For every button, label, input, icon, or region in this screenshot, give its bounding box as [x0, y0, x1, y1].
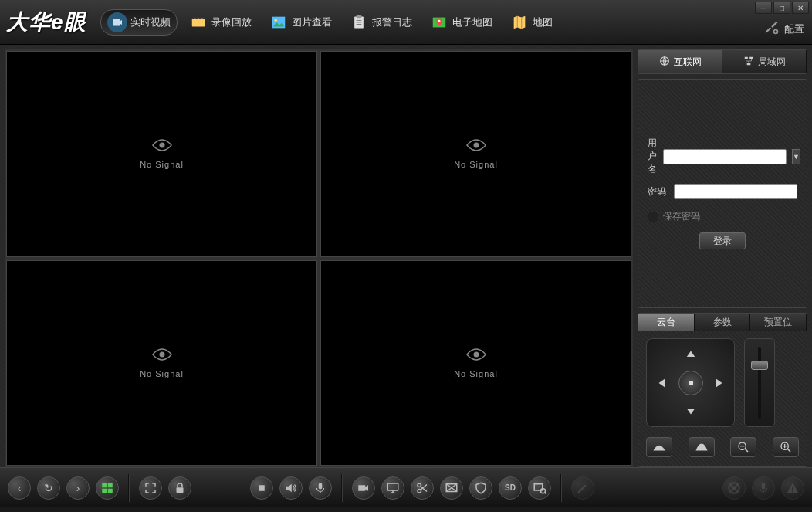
- picture-icon: [269, 12, 289, 32]
- fullscreen-button[interactable]: [139, 476, 162, 500]
- tab-ptz[interactable]: 云台: [638, 314, 695, 331]
- tab-label: 互联网: [674, 56, 702, 69]
- login-panel: 用户名 ▼ 密码 保存密码 登录: [638, 79, 807, 308]
- svg-rect-8: [356, 15, 361, 17]
- snip-button[interactable]: [411, 476, 434, 500]
- refresh-button[interactable]: ↻: [37, 476, 60, 500]
- ezoom-button[interactable]: [528, 476, 551, 500]
- tab-lan[interactable]: 局域网: [722, 50, 807, 73]
- nav-playback[interactable]: 录像回放: [182, 9, 258, 36]
- video-cell-3[interactable]: No Signal: [6, 260, 317, 466]
- footer-toolbar: ‹ ↻ › SD: [0, 467, 812, 507]
- screen-cut-button[interactable]: [440, 476, 463, 500]
- iris-open[interactable]: [689, 437, 715, 457]
- svg-rect-23: [689, 381, 693, 385]
- next-page-button[interactable]: ›: [66, 476, 90, 500]
- svg-rect-35: [177, 487, 184, 493]
- main-nav: 实时视频 录像回放 图片查看 报警日志 电子地图: [100, 9, 559, 36]
- save-password-label: 保存密码: [663, 210, 700, 223]
- monitor-button[interactable]: [381, 476, 404, 500]
- svg-rect-50: [792, 490, 793, 492]
- emap-icon: [429, 12, 449, 32]
- login-button[interactable]: 登录: [699, 232, 746, 249]
- nav-picture[interactable]: 图片查看: [262, 9, 338, 36]
- stop-button[interactable]: [250, 476, 273, 500]
- main-area: No Signal No Signal No Signal No Signal: [0, 45, 812, 467]
- nav-label: 图片查看: [292, 15, 332, 29]
- svg-rect-34: [108, 488, 113, 493]
- video-cell-2[interactable]: No Signal: [320, 51, 631, 257]
- svg-rect-32: [108, 483, 113, 487]
- svg-rect-38: [387, 483, 398, 490]
- password-label: 密码: [648, 185, 668, 198]
- video-cell-4[interactable]: No Signal: [320, 260, 631, 466]
- nav-emap[interactable]: 电子地图: [423, 9, 499, 36]
- slider-thumb[interactable]: [751, 361, 768, 370]
- tab-params[interactable]: 参数: [695, 314, 751, 331]
- ptz-down[interactable]: [680, 400, 702, 422]
- close-button[interactable]: ✕: [792, 2, 809, 14]
- nav-label: 电子地图: [452, 15, 492, 29]
- prev-page-button[interactable]: ‹: [8, 476, 31, 500]
- password-input[interactable]: [674, 184, 797, 199]
- ptz-stop[interactable]: [678, 371, 703, 395]
- lock-button[interactable]: [168, 476, 191, 500]
- eye-icon: [465, 138, 487, 155]
- eye-icon: [151, 138, 173, 155]
- eye-icon: [465, 348, 487, 365]
- video-cell-1[interactable]: No Signal: [6, 51, 317, 257]
- zoom-out[interactable]: [730, 437, 756, 457]
- svg-rect-21: [749, 56, 753, 59]
- username-label: 用户名: [648, 137, 657, 176]
- tab-internet[interactable]: 互联网: [638, 50, 722, 73]
- alert-button: [781, 476, 804, 500]
- minimize-button[interactable]: ─: [755, 2, 772, 14]
- ptz-left[interactable]: [651, 372, 673, 394]
- svg-rect-31: [102, 483, 107, 487]
- svg-point-6: [274, 19, 277, 22]
- volume-button[interactable]: [279, 476, 303, 500]
- clipboard-icon: [349, 12, 369, 32]
- ptz-speed-slider[interactable]: [744, 338, 775, 427]
- mic-button[interactable]: [309, 476, 332, 500]
- username-dropdown[interactable]: ▼: [792, 149, 800, 164]
- shield-button[interactable]: [469, 476, 492, 500]
- svg-line-44: [545, 493, 546, 494]
- layout-button[interactable]: [96, 476, 119, 500]
- video-icon: [107, 12, 127, 32]
- pen-button: [571, 476, 594, 500]
- nav-alarm-log[interactable]: 报警日志: [343, 9, 418, 36]
- svg-point-16: [473, 143, 479, 148]
- iris-close[interactable]: [646, 437, 672, 457]
- ptz-panel: 云台 参数 预置位: [638, 313, 807, 467]
- maximize-button[interactable]: □: [773, 2, 790, 14]
- ptz-up[interactable]: [680, 344, 702, 365]
- config-button[interactable]: 配置: [764, 20, 804, 38]
- network-tabs: 互联网 局域网: [638, 49, 807, 74]
- svg-rect-48: [762, 483, 766, 489]
- lan-icon: [743, 56, 754, 69]
- no-signal-text: No Signal: [140, 369, 184, 378]
- record-button[interactable]: [352, 476, 375, 500]
- svg-point-14: [774, 30, 778, 34]
- svg-rect-36: [259, 485, 265, 491]
- nav-label: 地图: [533, 15, 553, 29]
- cancel-button: [722, 476, 746, 500]
- nav-live-video[interactable]: 实时视频: [100, 9, 178, 36]
- zoom-in[interactable]: [773, 437, 799, 457]
- svg-rect-37: [319, 483, 323, 489]
- svg-rect-3: [198, 16, 201, 19]
- username-input[interactable]: [663, 149, 787, 164]
- no-signal-text: No Signal: [454, 160, 498, 169]
- tab-preset[interactable]: 预置位: [750, 314, 807, 331]
- film-icon: [188, 12, 208, 32]
- nav-map[interactable]: 地图: [503, 9, 559, 36]
- svg-rect-33: [102, 488, 107, 493]
- ptz-dpad: [646, 338, 735, 427]
- sd-button[interactable]: SD: [499, 476, 522, 500]
- svg-rect-22: [746, 63, 750, 65]
- svg-point-17: [159, 351, 164, 357]
- save-password-checkbox[interactable]: [648, 212, 658, 222]
- ptz-right[interactable]: [708, 372, 729, 394]
- globe-icon: [659, 56, 670, 69]
